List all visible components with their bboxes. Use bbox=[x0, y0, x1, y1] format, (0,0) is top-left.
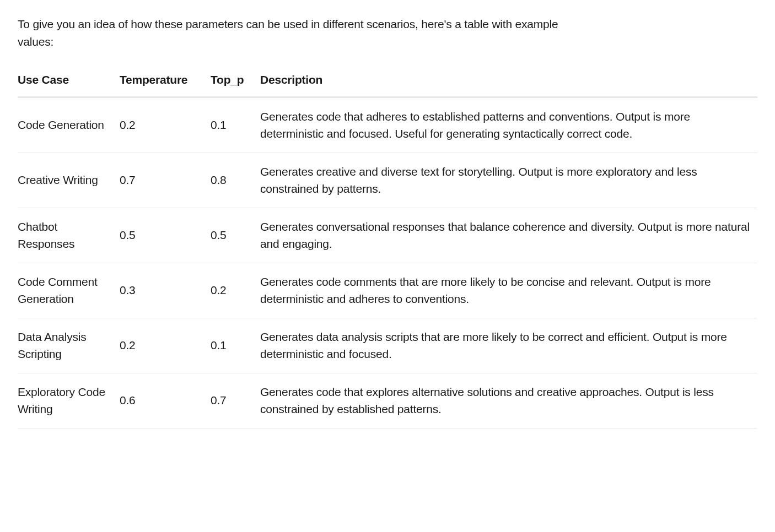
cell-usecase: Code Comment Generation bbox=[18, 263, 120, 318]
table-row: Exploratory Code Writing 0.6 0.7 Generat… bbox=[18, 373, 757, 428]
cell-description: Generates code comments that are more li… bbox=[260, 263, 757, 318]
table-row: Code Generation 0.2 0.1 Generates code t… bbox=[18, 97, 757, 153]
cell-top-p: 0.5 bbox=[211, 208, 260, 263]
cell-description: Generates data analysis scripts that are… bbox=[260, 318, 757, 373]
header-description: Description bbox=[260, 66, 757, 97]
cell-top-p: 0.1 bbox=[211, 318, 260, 373]
intro-paragraph: To give you an idea of how these paramet… bbox=[18, 15, 596, 50]
cell-top-p: 0.7 bbox=[211, 373, 260, 428]
table-row: Code Comment Generation 0.3 0.2 Generate… bbox=[18, 263, 757, 318]
cell-top-p: 0.1 bbox=[211, 97, 260, 153]
cell-usecase: Exploratory Code Writing bbox=[18, 373, 120, 428]
cell-temperature: 0.2 bbox=[120, 97, 211, 153]
cell-temperature: 0.2 bbox=[120, 318, 211, 373]
parameters-table: Use Case Temperature Top_p Description C… bbox=[18, 66, 757, 428]
table-row: Chatbot Responses 0.5 0.5 Generates conv… bbox=[18, 208, 757, 263]
header-top-p: Top_p bbox=[211, 66, 260, 97]
header-usecase: Use Case bbox=[18, 66, 120, 97]
cell-top-p: 0.2 bbox=[211, 263, 260, 318]
cell-description: Generates code that adheres to establish… bbox=[260, 97, 757, 153]
table-header-row: Use Case Temperature Top_p Description bbox=[18, 66, 757, 97]
cell-temperature: 0.5 bbox=[120, 208, 211, 263]
cell-usecase: Data Analysis Scripting bbox=[18, 318, 120, 373]
cell-usecase: Code Generation bbox=[18, 97, 120, 153]
cell-top-p: 0.8 bbox=[211, 153, 260, 208]
header-temperature: Temperature bbox=[120, 66, 211, 97]
cell-description: Generates creative and diverse text for … bbox=[260, 153, 757, 208]
table-row: Creative Writing 0.7 0.8 Generates creat… bbox=[18, 153, 757, 208]
cell-usecase: Creative Writing bbox=[18, 153, 120, 208]
cell-description: Generates conversational responses that … bbox=[260, 208, 757, 263]
table-row: Data Analysis Scripting 0.2 0.1 Generate… bbox=[18, 318, 757, 373]
cell-description: Generates code that explores alternative… bbox=[260, 373, 757, 428]
cell-usecase: Chatbot Responses bbox=[18, 208, 120, 263]
cell-temperature: 0.3 bbox=[120, 263, 211, 318]
cell-temperature: 0.7 bbox=[120, 153, 211, 208]
cell-temperature: 0.6 bbox=[120, 373, 211, 428]
